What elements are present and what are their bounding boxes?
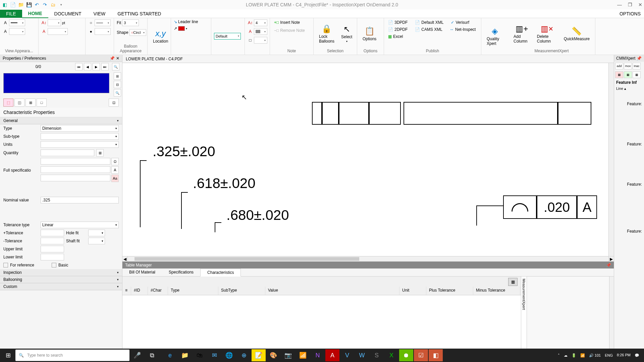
excel-button[interactable]: ▦Excel xyxy=(387,34,404,40)
tray-lang[interactable]: ENG xyxy=(605,353,613,357)
explorer-icon[interactable]: 📁 xyxy=(178,349,192,361)
fill-color-dropdown[interactable] xyxy=(9,28,25,35)
insert-note-button[interactable]: +□ Insert Note xyxy=(273,19,301,25)
mail-icon[interactable]: ✉ xyxy=(207,349,221,361)
fullspec-input-2[interactable] xyxy=(41,166,110,173)
fullspec-input-1[interactable] xyxy=(41,158,110,165)
characteristics-grid[interactable]: ▦ ≡ #ID #Char Type SubType Value Unit Pl… xyxy=(122,277,521,349)
camera-icon[interactable]: 📷 xyxy=(281,349,295,361)
tm-pin-icon[interactable]: 📌 xyxy=(606,263,611,267)
ballooning-group[interactable]: Ballooning xyxy=(0,276,122,283)
cortana-icon[interactable]: 🎤 xyxy=(130,349,144,361)
note-border-dropdown[interactable] xyxy=(254,37,267,44)
tray-cloud-icon[interactable]: ☁ xyxy=(564,353,568,358)
nav-first-button[interactable]: ⏮ xyxy=(75,63,83,70)
onenote-icon[interactable]: N xyxy=(311,349,325,361)
3dpdf-button[interactable]: 📄3DPDF xyxy=(387,19,409,25)
balloon-line-weight-dropdown[interactable] xyxy=(95,19,111,26)
upper-limit-input[interactable] xyxy=(41,246,64,252)
hscroll-thumb[interactable] xyxy=(135,257,359,261)
inspection-group[interactable]: Inspection xyxy=(0,269,122,276)
grid-config-button[interactable]: ▦ xyxy=(508,278,518,286)
notes-icon[interactable]: 📝 xyxy=(252,349,266,361)
nav-find-button[interactable]: 🔍 xyxy=(112,63,119,70)
col-minus-tol[interactable]: Minus Tolerance xyxy=(473,287,520,295)
col-id[interactable]: #ID xyxy=(131,287,148,295)
measurement-xpert-side-label[interactable]: MeasurementXpert xyxy=(521,277,527,349)
paint3d-icon[interactable]: 🎨 xyxy=(266,349,280,361)
redo-icon[interactable]: ↷ xyxy=(42,2,48,8)
rp-inactive-button[interactable]: Inac xyxy=(633,63,641,69)
plustol-input[interactable] xyxy=(41,230,64,236)
menu-view[interactable]: VIEW xyxy=(87,10,111,18)
note-color-dropdown[interactable] xyxy=(254,28,267,35)
col-menu[interactable]: ≡ xyxy=(122,287,131,295)
text-a-btn[interactable]: A xyxy=(111,166,119,174)
col-plus-tol[interactable]: Plus Tolerance xyxy=(426,287,473,295)
col-unit[interactable]: Unit xyxy=(399,287,426,295)
store-icon[interactable]: 🛍 xyxy=(193,349,207,361)
font-color-dropdown[interactable] xyxy=(48,28,68,35)
notifications-icon[interactable]: 💬 xyxy=(635,353,639,358)
view-mode-3[interactable]: ⊞ xyxy=(25,99,36,107)
col-char[interactable]: #Char xyxy=(148,287,168,295)
horizontal-scrollbar[interactable]: ◀ ▶ xyxy=(122,256,614,261)
qa-dropdown-icon[interactable]: ▾ xyxy=(58,2,64,8)
basic-checkbox[interactable] xyxy=(52,263,56,267)
omega-btn[interactable]: Ω xyxy=(111,158,119,165)
skype-icon[interactable]: S xyxy=(370,349,384,361)
cams-xml-button[interactable]: 📄CAMS XML xyxy=(414,26,444,33)
open-icon[interactable]: 📁 xyxy=(18,2,24,8)
quick-measure-button[interactable]: 📏 QuickMeasure xyxy=(561,25,592,43)
text-aa-btn[interactable]: Aa xyxy=(111,175,119,182)
connect-icon[interactable]: 📶 xyxy=(296,349,310,361)
view-mode-1[interactable]: ⬚ xyxy=(3,99,13,107)
2dpdf-button[interactable]: 📄2DPDF xyxy=(387,26,409,33)
quantity-btn[interactable]: ⊞ xyxy=(96,149,104,157)
col-type[interactable]: Type xyxy=(168,287,218,295)
tree-btn-3[interactable]: 🔍 xyxy=(114,89,121,97)
start-button[interactable]: ⊞ xyxy=(1,349,15,361)
quality-xpert-button[interactable]: ◈ Quality Xpert xyxy=(484,25,505,47)
tree-btn-2[interactable]: ⊟ xyxy=(114,81,121,88)
tray-battery-icon[interactable]: 🔋 xyxy=(572,353,576,358)
menu-options[interactable]: OPTIONS xyxy=(616,10,644,18)
font-size-dropdown[interactable] xyxy=(48,19,61,26)
select-button[interactable]: ↖ Select ▾ xyxy=(338,23,355,44)
custom-group[interactable]: Custom xyxy=(0,283,122,290)
menu-home[interactable]: HOME xyxy=(22,9,48,18)
maximize-button[interactable]: ❐ xyxy=(628,2,632,7)
leader-line-toggle[interactable]: ↘ Leader line xyxy=(174,19,198,24)
default-style-dropdown[interactable]: Default xyxy=(214,33,241,40)
units-select[interactable] xyxy=(41,141,119,148)
leader-color-swatch[interactable] xyxy=(178,26,185,31)
undo-icon[interactable]: ↶ xyxy=(34,2,40,8)
shape-dropdown[interactable]: ○ Circl xyxy=(129,29,146,36)
visio-icon[interactable]: V xyxy=(340,349,354,361)
line-weight-dropdown[interactable] xyxy=(9,19,25,26)
excel-app-icon[interactable]: X xyxy=(384,349,398,361)
nav-next-button[interactable]: ▶ xyxy=(93,63,100,70)
rp-icon-2[interactable]: ▦ xyxy=(624,71,632,78)
toltype-select[interactable]: Linear xyxy=(41,222,119,228)
todo-icon[interactable]: ☑ xyxy=(414,349,428,361)
nav-last-button[interactable]: ⏭ xyxy=(101,63,109,70)
for-reference-checkbox[interactable] xyxy=(3,263,8,267)
col-value[interactable]: Value xyxy=(265,287,399,295)
rp-icon-3[interactable]: ▦ xyxy=(633,71,641,78)
camtasia-icon[interactable]: ⏺ xyxy=(399,349,413,361)
word-icon[interactable]: W xyxy=(355,349,369,361)
tab-bom[interactable]: Bill Of Material xyxy=(122,268,162,276)
nominal-input[interactable] xyxy=(41,197,119,203)
location-button[interactable]: x,y Location xyxy=(150,27,171,45)
tab-characteristics[interactable]: Characteristics xyxy=(200,268,241,277)
delete-column-button[interactable]: ▥× Delete Column xyxy=(534,23,560,45)
shaftfit-select[interactable] xyxy=(88,238,105,244)
rp-icon-1[interactable]: ▦ xyxy=(615,71,623,78)
view-mode-4[interactable]: □ xyxy=(37,99,47,107)
tray-up-icon[interactable]: ˄ xyxy=(558,353,560,358)
fit-dropdown[interactable]: 3 xyxy=(122,19,139,26)
minustol-input[interactable] xyxy=(41,238,64,244)
edge-icon[interactable]: e xyxy=(163,349,177,361)
holefit-select[interactable] xyxy=(88,230,105,236)
